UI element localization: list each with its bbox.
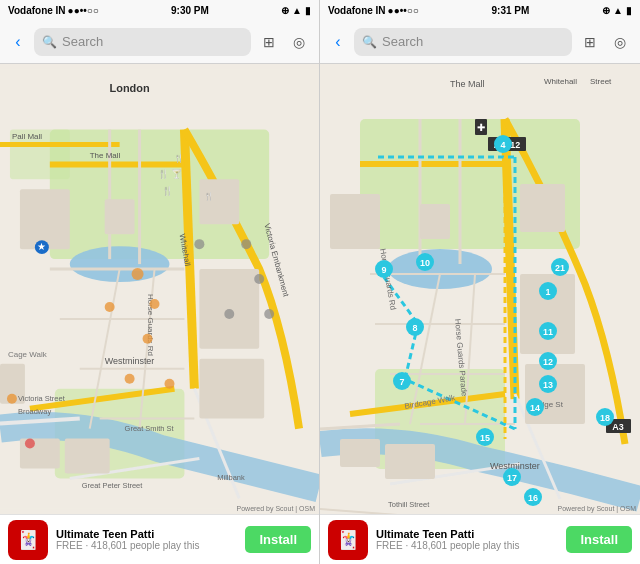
svg-text:★: ★ — [37, 241, 46, 252]
carrier-left: Vodafone IN — [8, 5, 66, 16]
powered-label-right: Powered by Scout | OSM — [558, 505, 636, 512]
ad-subtitle-right: FREE · 418,601 people play this — [376, 540, 558, 551]
nav-bar-right: ‹ 🔍 Search ⊞ ◎ — [320, 20, 640, 64]
location-icon-right: ⊕ — [602, 5, 610, 16]
svg-rect-86 — [385, 444, 435, 479]
search-icon-right: 🔍 — [362, 35, 377, 49]
svg-text:The Mall: The Mall — [90, 151, 121, 160]
svg-point-51 — [164, 379, 174, 389]
status-bar-right: Vodafone IN ●●••○○ 9:31 PM ⊕ ▲ ▮ — [320, 0, 640, 20]
svg-text:8: 8 — [412, 323, 417, 333]
svg-point-56 — [254, 274, 264, 284]
svg-point-58 — [224, 309, 234, 319]
svg-text:14: 14 — [530, 403, 540, 413]
svg-rect-83 — [330, 194, 380, 249]
time-left: 9:30 PM — [171, 5, 209, 16]
svg-text:Street: Street — [590, 77, 612, 86]
svg-rect-22 — [105, 199, 135, 234]
powered-label-left: Powered by Scout | OSM — [237, 505, 315, 512]
svg-text:Tothill Street: Tothill Street — [388, 500, 430, 509]
status-bar-left: Vodafone IN ●●••○○ 9:30 PM ⊕ ▲ ▮ — [0, 0, 319, 20]
search-placeholder-left: Search — [62, 34, 103, 49]
back-button-left[interactable]: ‹ — [8, 33, 28, 51]
svg-text:18: 18 — [600, 413, 610, 423]
svg-rect-85 — [340, 439, 380, 467]
svg-point-46 — [132, 268, 144, 280]
search-bar-left[interactable]: 🔍 Search — [34, 28, 251, 56]
time-right: 9:31 PM — [492, 5, 530, 16]
search-placeholder-right: Search — [382, 34, 423, 49]
status-right-left: ⊕ ▲ ▮ — [281, 5, 311, 16]
map-area-left[interactable]: London Pall Mall The Mall Cage Walk Whit… — [0, 64, 319, 514]
ad-icon-left: 🃏 — [8, 520, 48, 560]
location-btn-left[interactable]: ◎ — [287, 30, 311, 54]
svg-text:Broadway: Broadway — [18, 407, 51, 416]
ad-banner-right: 🃏 Ultimate Teen Patti FREE · 418,601 peo… — [320, 514, 640, 564]
svg-text:Millbank: Millbank — [217, 473, 245, 482]
svg-point-47 — [105, 302, 115, 312]
carrier-right: Vodafone IN — [328, 5, 386, 16]
svg-point-50 — [125, 374, 135, 384]
location-btn-right[interactable]: ◎ — [608, 30, 632, 54]
svg-text:10: 10 — [420, 258, 430, 268]
svg-text:Cage Walk: Cage Walk — [8, 350, 47, 359]
battery-icon-left: ▮ — [305, 5, 311, 16]
status-left: Vodafone IN ●●••○○ — [8, 5, 99, 16]
map-bg-right: The Mall Street Whitehall Birdcage Walk … — [320, 64, 640, 514]
svg-text:15: 15 — [480, 433, 490, 443]
svg-text:7: 7 — [399, 377, 404, 387]
wifi-icon-left: ▲ — [292, 5, 302, 16]
svg-point-59 — [194, 239, 204, 249]
ad-subtitle-left: FREE · 418,601 people play this — [56, 540, 237, 551]
screen-right: Vodafone IN ●●••○○ 9:31 PM ⊕ ▲ ▮ ‹ 🔍 Sea… — [320, 0, 640, 564]
svg-line-79 — [320, 509, 515, 514]
svg-text:11: 11 — [543, 327, 553, 337]
svg-text:17: 17 — [507, 473, 517, 483]
ad-icon-right: 🃏 — [328, 520, 368, 560]
svg-point-64 — [388, 249, 492, 289]
transit-icon-right[interactable]: ⊞ — [578, 30, 602, 54]
map-area-right[interactable]: The Mall Street Whitehall Birdcage Walk … — [320, 64, 640, 514]
ad-title-left: Ultimate Teen Patti — [56, 528, 237, 540]
svg-text:16: 16 — [528, 493, 538, 503]
svg-rect-80 — [520, 184, 565, 232]
svg-point-57 — [264, 309, 274, 319]
svg-text:Pall Mall: Pall Mall — [12, 132, 42, 141]
svg-text:🍴: 🍴 — [204, 191, 214, 201]
svg-text:🍸: 🍸 — [171, 168, 183, 180]
svg-text:21: 21 — [555, 263, 565, 273]
screen-left: Vodafone IN ●●••○○ 9:30 PM ⊕ ▲ ▮ ‹ 🔍 Sea… — [0, 0, 320, 564]
svg-text:London: London — [110, 82, 150, 94]
transit-icon-left[interactable]: ⊞ — [257, 30, 281, 54]
svg-text:Great Peter Street: Great Peter Street — [82, 481, 144, 490]
search-icon-left: 🔍 — [42, 35, 57, 49]
search-bar-right[interactable]: 🔍 Search — [354, 28, 572, 56]
ad-install-button-right[interactable]: Install — [566, 526, 632, 553]
svg-point-53 — [25, 439, 35, 449]
svg-text:12: 12 — [543, 357, 553, 367]
svg-point-60 — [241, 239, 251, 249]
svg-text:4: 4 — [500, 140, 505, 150]
svg-text:🍴: 🍴 — [174, 153, 184, 163]
svg-text:9: 9 — [381, 265, 386, 275]
svg-text:A3: A3 — [612, 422, 624, 432]
ad-install-button-left[interactable]: Install — [245, 526, 311, 553]
svg-point-52 — [7, 394, 17, 404]
map-bg-left: London Pall Mall The Mall Cage Walk Whit… — [0, 64, 319, 514]
status-left-right: Vodafone IN ●●••○○ — [328, 5, 419, 16]
svg-point-49 — [143, 334, 153, 344]
svg-point-48 — [150, 299, 160, 309]
back-button-right[interactable]: ‹ — [328, 33, 348, 51]
svg-text:The Mall: The Mall — [450, 79, 485, 89]
svg-text:Whitehall: Whitehall — [544, 77, 577, 86]
svg-rect-24 — [199, 359, 264, 419]
svg-text:Westminster: Westminster — [105, 356, 155, 366]
ad-text-left: Ultimate Teen Patti FREE · 418,601 peopl… — [56, 528, 237, 551]
ad-text-right: Ultimate Teen Patti FREE · 418,601 peopl… — [376, 528, 558, 551]
svg-text:Victoria Street: Victoria Street — [18, 394, 66, 403]
svg-text:🍴: 🍴 — [162, 185, 174, 197]
screens-container: Vodafone IN ●●••○○ 9:30 PM ⊕ ▲ ▮ ‹ 🔍 Sea… — [0, 0, 640, 564]
ad-title-right: Ultimate Teen Patti — [376, 528, 558, 540]
svg-text:1: 1 — [545, 287, 550, 297]
svg-rect-84 — [420, 204, 450, 239]
